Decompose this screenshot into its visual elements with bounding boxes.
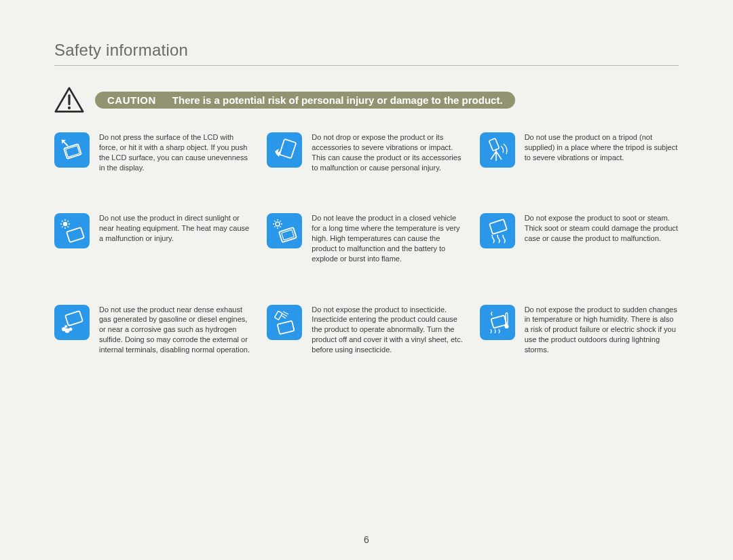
svg-rect-4 <box>280 139 297 158</box>
svg-line-13 <box>62 227 63 228</box>
caution-item-text: Do not press the surface of the LCD with… <box>99 132 253 172</box>
svg-rect-5 <box>489 138 499 151</box>
svg-point-30 <box>65 328 70 333</box>
caution-item: Do not expose the product to soot or ste… <box>480 213 679 263</box>
caution-item-text: Do not use the product in direct sunligh… <box>99 213 253 244</box>
caution-item: Do not use the product on a tripod (not … <box>480 132 679 172</box>
caution-bar: CAUTION There is a potential risk of per… <box>95 92 515 109</box>
page-title: Safety information <box>54 41 679 60</box>
caution-text: There is a potential risk of personal in… <box>172 94 503 106</box>
svg-point-1 <box>68 107 71 109</box>
warning-icon <box>54 86 84 113</box>
steam-icon <box>480 213 515 248</box>
caution-item: Do not expose the product to insecticide… <box>267 305 466 355</box>
temp-humidity-icon <box>480 305 515 340</box>
sun-heat-icon <box>54 213 90 248</box>
caution-item-text: Do not expose the product to insecticide… <box>312 305 466 355</box>
exhaust-gas-icon <box>54 305 90 340</box>
svg-rect-33 <box>278 320 295 334</box>
caution-label: CAUTION <box>107 94 156 106</box>
svg-line-24 <box>280 221 281 222</box>
caution-item: Do not leave the product in a closed veh… <box>267 213 466 263</box>
caution-item-text: Do not expose the product to sudden chan… <box>525 305 679 355</box>
caution-item: Do not use the product near dense exhaus… <box>54 305 253 355</box>
svg-rect-25 <box>279 227 297 242</box>
svg-rect-15 <box>67 227 84 242</box>
svg-line-12 <box>68 227 69 228</box>
caution-item-text: Do not leave the product in a closed veh… <box>312 213 466 263</box>
caution-item: Do not use the product in direct sunligh… <box>54 213 253 263</box>
lcd-press-icon <box>54 132 90 168</box>
svg-point-16 <box>276 222 280 226</box>
svg-rect-28 <box>65 311 83 326</box>
caution-item-text: Do not use the product on a tripod (not … <box>525 132 679 163</box>
title-divider <box>54 65 679 66</box>
caution-grid: Do not press the surface of the LCD with… <box>54 132 679 355</box>
caution-item: Do not press the surface of the LCD with… <box>54 132 253 172</box>
svg-line-21 <box>275 221 276 222</box>
svg-line-22 <box>280 227 281 227</box>
caution-row: CAUTION There is a potential risk of per… <box>54 86 679 113</box>
svg-line-23 <box>275 227 276 227</box>
svg-rect-27 <box>489 219 507 234</box>
caution-item-text: Do not expose the product to soot or ste… <box>525 213 679 244</box>
drop-impact-icon <box>267 132 302 168</box>
page-number: 6 <box>0 534 733 545</box>
svg-rect-34 <box>275 311 283 320</box>
svg-point-31 <box>69 327 73 331</box>
caution-item-text: Do not drop or expose the product or its… <box>312 132 466 172</box>
tripod-icon <box>480 132 515 168</box>
svg-point-6 <box>63 222 67 226</box>
svg-rect-35 <box>491 315 506 328</box>
svg-point-37 <box>504 324 508 329</box>
caution-item-text: Do not use the product near dense exhaus… <box>99 305 253 355</box>
caution-item: Do not expose the product to sudden chan… <box>480 305 679 355</box>
svg-line-14 <box>68 221 69 222</box>
svg-point-32 <box>64 325 67 328</box>
svg-line-11 <box>62 221 63 222</box>
insecticide-icon <box>267 305 302 340</box>
caution-item: Do not drop or expose the product or its… <box>267 132 466 172</box>
hot-car-icon <box>267 213 302 248</box>
